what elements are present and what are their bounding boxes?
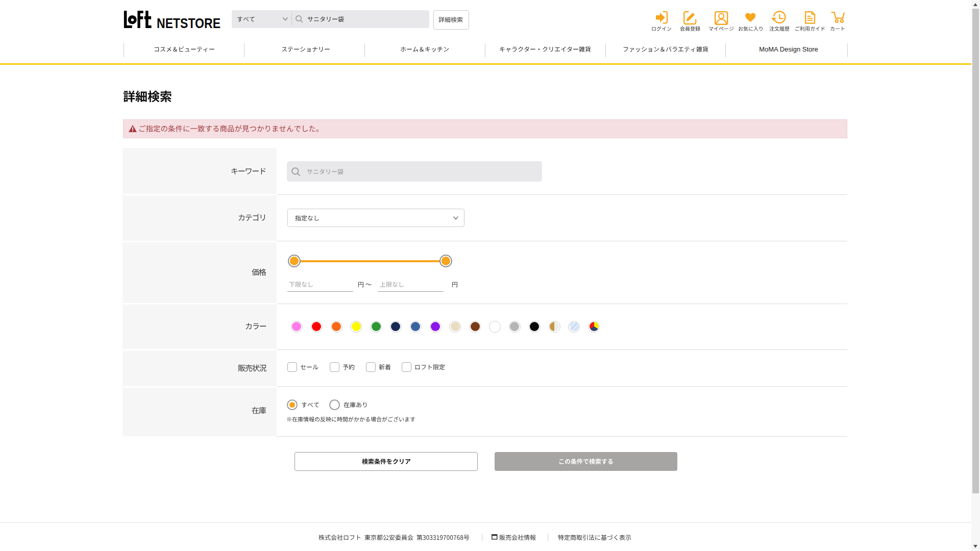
svg-text:NETSTORE: NETSTORE	[157, 15, 220, 31]
